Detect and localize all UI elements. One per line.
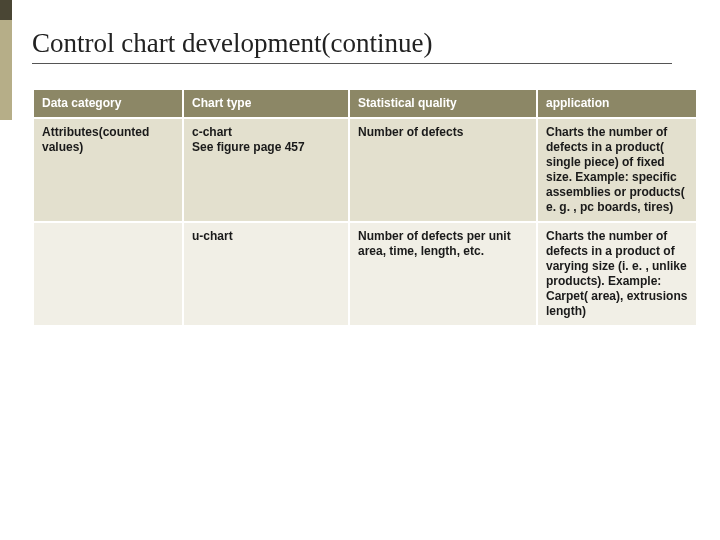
cell-statistical-quality: Number of defects [349,118,537,222]
cell-chart-type: c-chart See figure page 457 [183,118,349,222]
header-application: application [537,89,697,118]
table-row: Attributes(counted values) c-chart See f… [33,118,697,222]
table-row: u-chart Number of defects per unit area,… [33,222,697,326]
table-header-row: Data category Chart type Statistical qua… [33,89,697,118]
cell-application: Charts the number of defects in a produc… [537,222,697,326]
header-statistical-quality: Statistical quality [349,89,537,118]
header-data-category: Data category [33,89,183,118]
cell-data-category [33,222,183,326]
cell-data-category: Attributes(counted values) [33,118,183,222]
header-chart-type: Chart type [183,89,349,118]
cell-application: Charts the number of defects in a produc… [537,118,697,222]
cell-statistical-quality: Number of defects per unit area, time, l… [349,222,537,326]
cell-chart-type: u-chart [183,222,349,326]
accent-bar-light [0,20,12,120]
slide-title: Control chart development(continue) [32,28,672,64]
accent-bar-dark [0,0,12,20]
slide: Control chart development(continue) Data… [0,0,720,540]
content-table: Data category Chart type Statistical qua… [32,88,698,327]
